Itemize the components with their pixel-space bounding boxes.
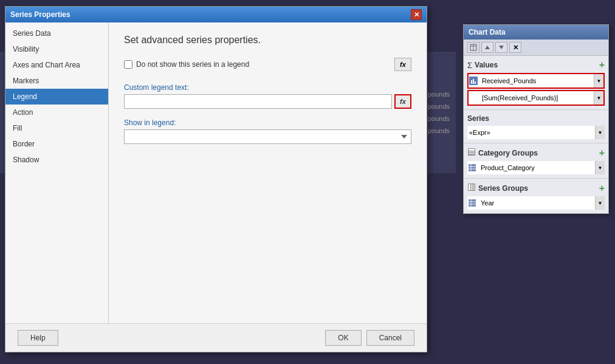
sidebar-item-fill[interactable]: Fill bbox=[5, 120, 108, 136]
values-title-row: Σ Values bbox=[467, 61, 498, 70]
dialog-footer: Help OK Cancel bbox=[5, 323, 427, 352]
sidebar-item-action[interactable]: Action bbox=[5, 105, 108, 120]
chart-data-toolbar-up[interactable] bbox=[481, 42, 493, 53]
chart-data-toolbar: ✕ bbox=[464, 39, 608, 56]
series-row-1: «Expr» ▼ bbox=[467, 126, 605, 139]
show-in-legend-group: Show in legend: bbox=[124, 118, 411, 144]
svg-rect-16 bbox=[471, 184, 473, 190]
chart-data-toolbar-icon1[interactable] bbox=[467, 42, 479, 53]
category-add-button[interactable]: + bbox=[599, 148, 605, 158]
values-row2-icon bbox=[469, 93, 478, 103]
bg-text-1: pounds bbox=[428, 88, 450, 100]
series-section: Series «Expr» ▼ bbox=[464, 110, 608, 143]
values-label: Values bbox=[475, 61, 498, 69]
series-groups-add-button[interactable]: + bbox=[599, 184, 605, 193]
category-row1-dropdown[interactable]: ▼ bbox=[595, 161, 605, 174]
svg-rect-17 bbox=[473, 184, 475, 190]
sidebar-item-series-data[interactable]: Series Data bbox=[5, 26, 108, 41]
series-group-row1-icon bbox=[467, 198, 477, 208]
checkbox-row: Do not show this series in a legend fx bbox=[124, 58, 411, 71]
values-row2-dropdown[interactable]: ▼ bbox=[594, 91, 603, 105]
ok-button[interactable]: OK bbox=[325, 330, 361, 346]
values-row-2: [Sum(Received_Pounds)] ▼ bbox=[467, 90, 605, 106]
category-row-1: Product_Category ▼ bbox=[467, 161, 605, 174]
values-row1-icon bbox=[469, 76, 478, 86]
fx-red-icon: fx bbox=[400, 98, 406, 105]
values-row-1: Received_Pounds ▼ bbox=[467, 73, 605, 89]
dont-show-legend-label: Do not show this series in a legend bbox=[136, 60, 249, 69]
svg-rect-8 bbox=[469, 151, 475, 153]
sidebar-item-visibility[interactable]: Visibility bbox=[5, 41, 108, 57]
svg-rect-9 bbox=[469, 153, 475, 154]
chart-bar-icon bbox=[469, 77, 478, 85]
series-groups-title-row: Series Groups bbox=[467, 183, 528, 193]
values-row1-text: Received_Pounds bbox=[480, 74, 592, 88]
custom-legend-input[interactable] bbox=[124, 94, 392, 109]
series-group-row1-dropdown[interactable]: ▼ bbox=[595, 196, 605, 210]
help-button[interactable]: Help bbox=[18, 330, 58, 346]
values-section: Σ Values + Received_Pounds ▼ bbox=[464, 56, 608, 110]
values-row2-text: [Sum(Received_Pounds)] bbox=[480, 91, 592, 105]
content-header: Set advanced series properties. bbox=[124, 35, 411, 46]
sidebar-item-legend[interactable]: Legend bbox=[5, 89, 108, 105]
category-title-row: Category Groups bbox=[467, 148, 538, 158]
svg-rect-5 bbox=[475, 81, 476, 84]
sidebar-item-shadow[interactable]: Shadow bbox=[5, 152, 108, 168]
chart-data-toolbar-down[interactable] bbox=[495, 42, 507, 53]
category-table-icon bbox=[467, 148, 476, 158]
chart-data-toolbar-close[interactable]: ✕ bbox=[509, 42, 521, 53]
sigma-icon: Σ bbox=[467, 61, 472, 70]
values-add-button[interactable]: + bbox=[599, 60, 605, 70]
series-title-row: Series bbox=[467, 114, 489, 123]
values-section-header: Σ Values + bbox=[467, 58, 605, 72]
category-row1-text: Product_Category bbox=[479, 161, 593, 174]
table-icon bbox=[470, 44, 477, 51]
bg-text-2: pounds bbox=[428, 100, 450, 112]
svg-rect-15 bbox=[469, 184, 470, 190]
dialog-titlebar: Series Properties ✕ bbox=[5, 7, 427, 22]
series-groups-header: Series Groups + bbox=[467, 181, 605, 195]
bg-text-3: pounds bbox=[428, 112, 450, 125]
dialog-title: Series Properties bbox=[10, 10, 70, 19]
sidebar: Series Data Visibility Axes and Chart Ar… bbox=[5, 22, 109, 323]
series-label: Series bbox=[467, 114, 489, 123]
bg-text-4: pounds bbox=[428, 125, 450, 137]
svg-rect-18 bbox=[469, 199, 476, 207]
bg-text-lines: pounds pounds pounds pounds bbox=[428, 88, 450, 137]
footer-left: Help bbox=[18, 330, 58, 346]
fx-icon: fx bbox=[400, 61, 406, 68]
custom-legend-group: Custom legend text: fx bbox=[124, 83, 411, 109]
series-row1-dropdown[interactable]: ▼ bbox=[595, 126, 605, 139]
series-row1-text: «Expr» bbox=[467, 126, 593, 139]
main-content-area: Set advanced series properties. Do not s… bbox=[109, 22, 427, 323]
svg-rect-7 bbox=[469, 149, 475, 151]
series-group-row1-text: Year bbox=[479, 196, 593, 210]
series-group-row-1: Year ▼ bbox=[467, 196, 605, 210]
custom-legend-row: fx bbox=[124, 94, 411, 109]
dont-show-legend-checkbox[interactable] bbox=[124, 60, 132, 69]
sidebar-item-axes-chart-area[interactable]: Axes and Chart Area bbox=[5, 57, 108, 73]
category-row1-icon bbox=[467, 163, 477, 173]
category-icon-svg bbox=[467, 148, 476, 156]
series-group-row-icon bbox=[469, 199, 476, 207]
down-icon bbox=[498, 44, 504, 50]
chart-data-title: Chart Data bbox=[469, 28, 506, 36]
series-groups-label: Series Groups bbox=[478, 184, 528, 193]
category-groups-label: Category Groups bbox=[478, 149, 538, 157]
values-row1-dropdown[interactable]: ▼ bbox=[594, 74, 603, 88]
show-in-legend-select[interactable] bbox=[124, 129, 411, 144]
custom-legend-label: Custom legend text: bbox=[124, 83, 411, 92]
footer-right: OK Cancel bbox=[325, 330, 414, 346]
series-section-header: Series bbox=[467, 112, 605, 125]
dialog-close-button[interactable]: ✕ bbox=[411, 9, 422, 20]
sidebar-item-markers[interactable]: Markers bbox=[5, 73, 108, 89]
custom-legend-fx-button[interactable]: fx bbox=[394, 94, 411, 109]
sidebar-item-border[interactable]: Border bbox=[5, 136, 108, 152]
series-properties-dialog: Series Properties ✕ Series Data Visibili… bbox=[5, 6, 427, 352]
category-section-header: Category Groups + bbox=[467, 146, 605, 160]
checkbox-fx-button[interactable]: fx bbox=[394, 58, 411, 71]
series-groups-table-icon bbox=[467, 183, 476, 193]
category-row-icon bbox=[469, 164, 476, 171]
chart-data-panel: Chart Data ✕ Σ Values bbox=[463, 24, 609, 214]
cancel-button[interactable]: Cancel bbox=[366, 330, 414, 346]
